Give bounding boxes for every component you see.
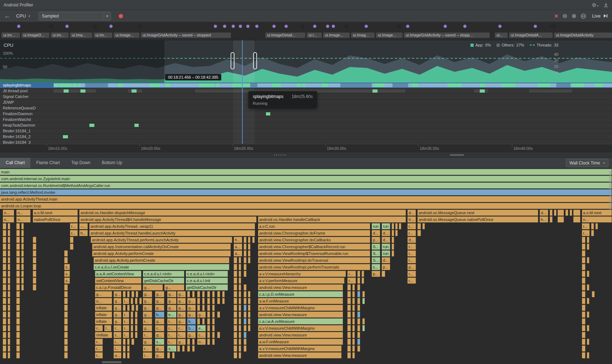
thread-row[interactable]: Binder:16184_3 — [0, 140, 612, 144]
call-chart-segment[interactable] — [172, 352, 175, 358]
call-chart-segment[interactable] — [392, 244, 394, 250]
call-chart-segment[interactable] — [347, 298, 351, 304]
call-chart-segment[interactable]: a... — [114, 352, 122, 358]
call-chart-segment[interactable] — [357, 332, 360, 338]
call-chart-segment[interactable]: o... — [197, 339, 206, 345]
call-chart-segment[interactable] — [3, 352, 6, 358]
call-chart-segment[interactable] — [16, 244, 20, 250]
call-chart-segment[interactable] — [357, 345, 360, 351]
call-chart-segment[interactable] — [347, 311, 351, 318]
call-chart-segment[interactable] — [64, 352, 68, 358]
go-live-button[interactable]: Live — [592, 13, 608, 19]
call-chart-segment[interactable] — [244, 244, 247, 250]
call-chart-segment[interactable] — [64, 339, 68, 345]
call-chart-segment[interactable] — [234, 298, 237, 304]
call-chart-segment[interactable]: d... — [408, 237, 416, 243]
call-chart-segment[interactable] — [239, 277, 241, 284]
call-chart-segment[interactable] — [135, 318, 138, 324]
call-chart-segment[interactable] — [352, 291, 355, 297]
call-chart-segment[interactable]: g... — [187, 298, 196, 304]
call-chart-segment[interactable]: r... — [167, 318, 177, 324]
call-chart-segment[interactable]: e... — [167, 311, 177, 318]
activity-bar[interactable]: ui.ImageDetailActivity — [554, 33, 612, 38]
call-chart-segment[interactable]: run — [382, 250, 390, 256]
call-chart-segment[interactable] — [244, 298, 247, 304]
call-chart-segment[interactable]: r... — [95, 339, 103, 345]
call-chart-segment[interactable]: g... — [155, 332, 164, 338]
call-chart-segment[interactable]: i... — [114, 345, 122, 351]
call-chart-segment[interactable] — [352, 298, 355, 304]
call-chart-segment[interactable]: a... — [234, 250, 242, 256]
call-chart-segment[interactable] — [8, 298, 10, 304]
call-chart-segment[interactable] — [136, 305, 138, 311]
call-chart-segment[interactable] — [357, 277, 360, 284]
call-chart-segment[interactable] — [187, 291, 190, 297]
call-chart-segment[interactable]: g... — [114, 318, 122, 324]
call-chart-segment[interactable]: g... — [177, 311, 186, 318]
call-chart-segment[interactable] — [64, 298, 68, 304]
call-chart-segment[interactable]: android.app.ActivityThread.handleLaunchA… — [89, 230, 255, 236]
call-chart-segment[interactable]: java.lang.reflect.Method.invoke — [0, 189, 612, 195]
call-chart-segment[interactable] — [234, 277, 237, 284]
call-chart-segment[interactable]: n... — [3, 216, 14, 222]
call-chart-segment[interactable] — [217, 291, 220, 297]
call-chart-segment[interactable]: n... — [16, 216, 31, 222]
call-chart-segment[interactable]: n... — [16, 210, 31, 216]
call-chart-segment[interactable] — [8, 352, 10, 358]
call-chart-segment[interactable] — [239, 305, 241, 311]
call-chart-segment[interactable]: r... — [95, 325, 103, 331]
call-chart-segment[interactable] — [21, 257, 24, 263]
call-chart-segment[interactable] — [347, 318, 351, 324]
call-chart-segment[interactable] — [33, 244, 36, 250]
call-chart-segment[interactable] — [352, 305, 355, 311]
call-chart-segment[interactable] — [187, 345, 190, 351]
call-chart-segment[interactable] — [8, 250, 10, 256]
call-chart-segment[interactable]: r... — [408, 230, 416, 236]
call-chart-segment[interactable] — [244, 332, 247, 338]
call-chart-segment[interactable]: d... — [382, 237, 390, 243]
activity-bar[interactable]: ui.ImageD... — [21, 33, 49, 38]
call-chart-segment[interactable] — [352, 318, 355, 324]
activity-bar[interactable]: ui.ImageDetail... — [265, 33, 305, 38]
call-chart-segment[interactable] — [239, 332, 241, 338]
call-chart-segment[interactable] — [239, 291, 241, 297]
call-chart-segment[interactable] — [212, 311, 215, 318]
call-chart-segment[interactable]: setContentView — [95, 277, 142, 284]
clock-type-select[interactable]: Wall Clock Time ▾ — [566, 159, 608, 167]
call-chart-segment[interactable] — [3, 332, 6, 338]
call-chart-segment[interactable] — [3, 264, 6, 270]
call-chart-segment[interactable]: b... — [187, 318, 196, 324]
call-chart-segment[interactable] — [16, 237, 20, 243]
call-chart-segment[interactable] — [3, 250, 6, 256]
call-chart-segment[interactable] — [239, 325, 241, 331]
call-chart-segment[interactable] — [582, 284, 586, 290]
call-chart-segment[interactable] — [347, 284, 351, 290]
call-chart-segment[interactable] — [207, 311, 210, 318]
call-chart-segment[interactable] — [8, 332, 10, 338]
call-chart-segment[interactable]: g... — [143, 298, 152, 304]
call-chart-segment[interactable]: d... — [408, 210, 416, 216]
call-chart-segment[interactable] — [418, 230, 421, 236]
call-chart-segment[interactable] — [587, 325, 589, 331]
call-chart-segment[interactable] — [212, 291, 215, 297]
call-chart-segment[interactable] — [3, 271, 6, 277]
call-chart-segment[interactable] — [127, 352, 130, 358]
call-chart-segment[interactable] — [8, 271, 10, 277]
call-chart-segment[interactable] — [234, 284, 237, 290]
call-chart-segment[interactable] — [248, 298, 251, 304]
call-chart-segment[interactable] — [244, 271, 247, 277]
call-chart-segment[interactable] — [592, 291, 595, 297]
call-chart-segment[interactable] — [64, 257, 68, 263]
activity-bar[interactable]: ui.ImageGridActivity – saved – stopped — [141, 33, 231, 38]
call-chart-segment[interactable] — [362, 291, 365, 297]
call-chart-segment[interactable]: android.view.View.measure — [258, 332, 343, 338]
thread-row[interactable]: FinalizerWatchd — [0, 117, 612, 123]
call-chart-segment[interactable]: b... — [155, 311, 164, 318]
call-chart-segment[interactable] — [587, 352, 589, 358]
call-chart-segment[interactable] — [8, 257, 10, 263]
call-chart-segment[interactable]: r... — [114, 325, 122, 331]
call-chart-segment[interactable] — [234, 257, 237, 263]
activity-bar[interactable]: ui.Image... — [114, 33, 139, 38]
call-chart-segment[interactable] — [244, 345, 247, 351]
tab-call-chart[interactable]: Call Chart — [0, 158, 30, 168]
